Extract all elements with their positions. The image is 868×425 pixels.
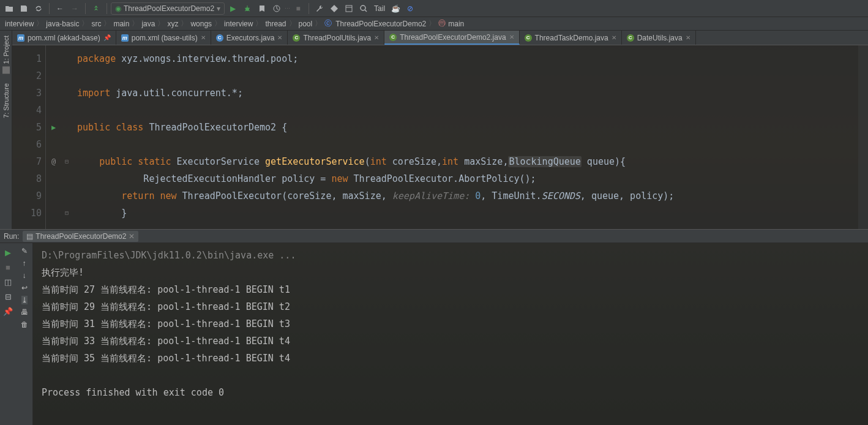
crumb[interactable]: java-basic	[45, 20, 80, 28]
crumb[interactable]: main	[447, 20, 465, 28]
crumb[interactable]: src	[90, 20, 102, 28]
crumb[interactable]: interview	[223, 20, 254, 28]
close-icon[interactable]: ✕	[201, 34, 206, 41]
crumb[interactable]: interview	[4, 20, 35, 28]
crumb[interactable]: ThreadPoolExecutorDemo2	[334, 20, 427, 28]
profile-icon[interactable]	[270, 2, 283, 15]
line-number: 8	[12, 170, 42, 187]
blocked-icon[interactable]: ⊘	[403, 2, 417, 15]
rerun-icon[interactable]: ▶	[2, 247, 13, 258]
console-line: D:\ProgramFiles\JDK\jdk11.0.2\bin\java.e…	[42, 250, 296, 261]
line-number: 5	[12, 119, 42, 136]
line-number: 10	[12, 205, 42, 222]
project-toolwindow-tab[interactable]: 1: Project	[1, 33, 11, 76]
console-line: Process finished with exit code 0	[42, 387, 224, 398]
close-icon[interactable]: ✕	[612, 34, 616, 41]
tab-threadpoolutils[interactable]: CThreadPoolUtils.java✕	[288, 31, 384, 45]
tab-executors[interactable]: CExecutors.java✕	[211, 31, 288, 45]
code-editor[interactable]: 1 2 3 4 5 6 7 8 9 10 ▶ @ ⊟	[12, 45, 868, 229]
run-header: Run: ▤ ThreadPoolExecutorDemo2 ✕	[0, 230, 868, 243]
pin-icon[interactable]: 📌	[2, 306, 13, 317]
run-config-name: ThreadPoolExecutorDemo2	[124, 4, 214, 13]
tab-pom-akkad[interactable]: mpom.xml (akkad-base)📌	[12, 31, 116, 45]
layout2-icon[interactable]: ⊟	[2, 291, 13, 302]
coverage-icon[interactable]	[255, 2, 269, 15]
down-icon[interactable]: ↓	[23, 271, 26, 280]
layout-icon[interactable]	[342, 2, 356, 15]
fold-handle-icon[interactable]: ⊟	[61, 153, 72, 170]
close-icon[interactable]: ✕	[686, 34, 690, 41]
line-number: 9	[12, 187, 42, 205]
debug-icon[interactable]	[241, 2, 254, 15]
build-icon[interactable]	[89, 2, 103, 15]
main-toolbar: ← → ◉ ThreadPoolExecutorDemo2 ▾ ▶ ⋯ ■ Ta…	[0, 0, 868, 17]
stop-icon[interactable]: ■	[2, 261, 13, 273]
layout-icon[interactable]: ◫	[2, 276, 13, 287]
run-toolwindow: Run: ▤ ThreadPoolExecutorDemo2 ✕ ▶ ■ ◫ ⊟…	[0, 229, 868, 425]
fold-handle-icon[interactable]: ⊟	[61, 205, 72, 222]
class-icon: C	[627, 34, 634, 42]
search-icon[interactable]	[357, 2, 370, 15]
sync-icon[interactable]	[32, 2, 45, 15]
override-gutter-icon[interactable]: @	[46, 153, 61, 170]
crumb[interactable]: xyz	[166, 20, 179, 28]
project-icon	[2, 66, 10, 73]
pin-icon[interactable]: 📌	[103, 34, 111, 41]
print-icon[interactable]: 🖶	[21, 308, 28, 317]
console-line: 当前时间 31 当前线程名: pool-1-thread-1 BEGIN t3	[42, 318, 290, 329]
crumb[interactable]: main	[112, 20, 130, 28]
open-icon[interactable]	[2, 2, 16, 15]
git-icon[interactable]	[327, 2, 341, 15]
line-number: 2	[12, 67, 42, 85]
line-number: 1	[12, 50, 42, 67]
structure-toolwindow-tab[interactable]: 7: Structure	[1, 81, 11, 121]
gutter-icons: ▶ @	[46, 45, 61, 229]
chevron-right-icon: 〉	[288, 18, 297, 29]
close-icon[interactable]: ✕	[509, 34, 514, 40]
delete-icon[interactable]: 🗑	[21, 320, 28, 329]
forward-icon[interactable]: →	[68, 2, 81, 15]
editor-scrollbar[interactable]	[858, 45, 868, 229]
back-icon[interactable]: ←	[53, 2, 67, 15]
tail-label[interactable]: Tail	[372, 4, 387, 13]
soft-wrap-icon[interactable]: ↩	[21, 284, 28, 292]
maven-icon: m	[121, 34, 129, 42]
crumb[interactable]: wongs	[189, 20, 213, 28]
console-output[interactable]: D:\ProgramFiles\JDK\jdk11.0.2\bin\java.e…	[33, 230, 868, 425]
method-icon: ⓜ	[437, 18, 447, 29]
tab-label: ThreadTaskDemo.java	[535, 34, 608, 42]
code-text[interactable]: package xyz.wongs.interview.thread.pool;…	[72, 45, 858, 229]
run-config-selector[interactable]: ◉ ThreadPoolExecutorDemo2 ▾	[111, 2, 225, 15]
tab-dateutils[interactable]: CDateUtils.java✕	[622, 31, 696, 45]
crumb[interactable]: java	[140, 20, 156, 28]
up-icon[interactable]: ↑	[23, 259, 26, 268]
edit-icon[interactable]: ✎	[21, 247, 28, 255]
run-tab[interactable]: ▤ ThreadPoolExecutorDemo2 ✕	[23, 231, 138, 242]
run-gutter-icon[interactable]: ▶	[46, 119, 61, 136]
tab-threadpoolexecutordemo2[interactable]: CThreadPoolExecutorDemo2.java✕	[384, 31, 519, 45]
stop-icon[interactable]: ■	[291, 2, 305, 15]
console-line: 当前时间 27 当前线程名: pool-1-thread-1 BEGIN t1	[42, 284, 290, 295]
java-icon[interactable]: ☕	[389, 2, 402, 15]
tab-pom-utils[interactable]: mpom.xml (base-utils)✕	[116, 31, 211, 45]
close-icon[interactable]: ✕	[374, 34, 379, 41]
run-icon[interactable]: ▶	[226, 2, 239, 15]
structure-label: 7: Structure	[2, 83, 10, 118]
close-icon[interactable]: ✕	[129, 232, 135, 241]
save-icon[interactable]	[17, 2, 31, 15]
scroll-to-end-selected-icon[interactable]: ⤓	[21, 296, 28, 304]
tab-threadtaskdemo[interactable]: CThreadTaskDemo.java✕	[520, 31, 622, 45]
more-icon[interactable]: ⋯	[285, 6, 290, 12]
crumb[interactable]: thread	[264, 20, 287, 28]
wrench-icon[interactable]	[313, 2, 326, 15]
chevron-right-icon: 〉	[35, 18, 45, 29]
line-number-gutter: 1 2 3 4 5 6 7 8 9 10	[12, 45, 46, 229]
chevron-right-icon: 〉	[313, 18, 323, 29]
chevron-down-icon: ▾	[217, 4, 220, 13]
class-icon: C	[389, 34, 397, 41]
close-icon[interactable]: ✕	[277, 34, 282, 41]
class-icon: C	[525, 34, 532, 42]
crumb[interactable]: pool	[297, 20, 314, 28]
run-toolbar-primary: ▶ ■ ◫ ⊟ 📌	[0, 230, 16, 425]
left-sidebar: 1: Project 7: Structure	[0, 31, 12, 229]
